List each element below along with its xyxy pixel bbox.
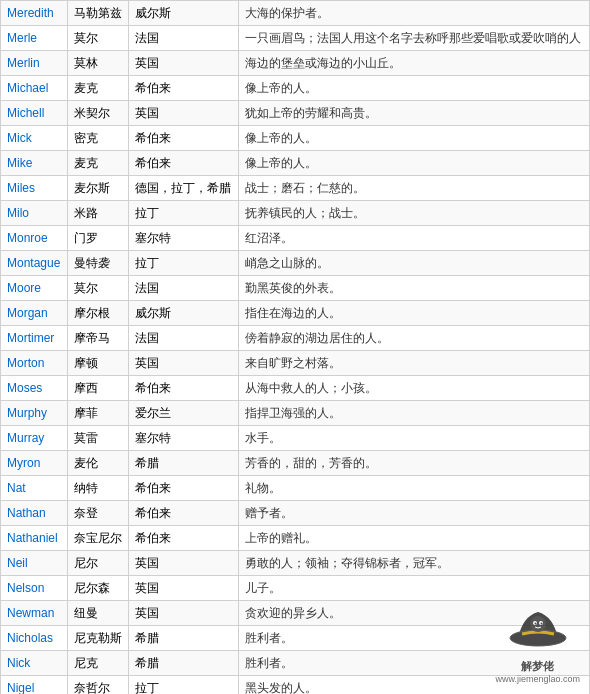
chinese-name-cell: 密克 [67, 126, 128, 151]
chinese-name-cell: 奈登 [67, 501, 128, 526]
chinese-name-cell: 米契尔 [67, 101, 128, 126]
meaning-cell: 大海的保护者。 [238, 1, 589, 26]
table-row: Morgan摩尔根威尔斯指住在海边的人。 [1, 301, 590, 326]
svg-point-5 [534, 623, 536, 625]
table-row: Moses摩西希伯来从海中救人的人；小孩。 [1, 376, 590, 401]
table-row: Monroe门罗塞尔特红沼泽。 [1, 226, 590, 251]
meaning-cell: 芳香的，甜的，芳香的。 [238, 451, 589, 476]
origin-cell: 法国 [129, 26, 239, 51]
chinese-name-cell: 纽曼 [67, 601, 128, 626]
meaning-cell: 犹如上帝的劳耀和高贵。 [238, 101, 589, 126]
origin-cell: 威尔斯 [129, 1, 239, 26]
name-cell: Miles [1, 176, 68, 201]
meaning-cell: 海边的堡垒或海边的小山丘。 [238, 51, 589, 76]
name-cell: Meredith [1, 1, 68, 26]
name-cell: Michael [1, 76, 68, 101]
meaning-cell: 像上帝的人。 [238, 76, 589, 101]
name-cell: Myron [1, 451, 68, 476]
meaning-cell: 指捍卫海强的人。 [238, 401, 589, 426]
table-row: Morton摩顿英国来自旷野之村落。 [1, 351, 590, 376]
table-row: Merle莫尔法国一只画眉鸟；法国人用这个名字去称呼那些爱唱歌或爱吹哨的人 [1, 26, 590, 51]
chinese-name-cell: 尼克 [67, 651, 128, 676]
chinese-name-cell: 麦尔斯 [67, 176, 128, 201]
origin-cell: 希伯来 [129, 76, 239, 101]
table-row: Milo米路拉丁抚养镇民的人；战士。 [1, 201, 590, 226]
name-cell: Morgan [1, 301, 68, 326]
chinese-name-cell: 麦克 [67, 151, 128, 176]
chinese-name-cell: 莫尔 [67, 276, 128, 301]
meaning-cell: 一只画眉鸟；法国人用这个名字去称呼那些爱唱歌或爱吹哨的人 [238, 26, 589, 51]
origin-cell: 希伯来 [129, 476, 239, 501]
name-cell: Milo [1, 201, 68, 226]
table-row: Miles麦尔斯德国，拉丁，希腊战士；磨石；仁慈的。 [1, 176, 590, 201]
origin-cell: 希腊 [129, 451, 239, 476]
name-cell: Nick [1, 651, 68, 676]
watermark-url: www.jiemenglao.com [495, 674, 580, 684]
chinese-name-cell: 马勒第兹 [67, 1, 128, 26]
origin-cell: 英国 [129, 551, 239, 576]
name-cell: Murray [1, 426, 68, 451]
chinese-name-cell: 麦克 [67, 76, 128, 101]
chinese-name-cell: 纳特 [67, 476, 128, 501]
meaning-cell: 指住在海边的人。 [238, 301, 589, 326]
origin-cell: 希伯来 [129, 376, 239, 401]
chinese-name-cell: 奈宝尼尔 [67, 526, 128, 551]
name-cell: Mike [1, 151, 68, 176]
name-cell: Nigel [1, 676, 68, 695]
origin-cell: 英国 [129, 601, 239, 626]
table-row: Michael麦克希伯来像上帝的人。 [1, 76, 590, 101]
origin-cell: 塞尔特 [129, 226, 239, 251]
chinese-name-cell: 摩顿 [67, 351, 128, 376]
meaning-cell: 抚养镇民的人；战士。 [238, 201, 589, 226]
chinese-name-cell: 摩菲 [67, 401, 128, 426]
name-cell: Nat [1, 476, 68, 501]
origin-cell: 希伯来 [129, 126, 239, 151]
chinese-name-cell: 摩帝马 [67, 326, 128, 351]
origin-cell: 希伯来 [129, 526, 239, 551]
meaning-cell: 上帝的赠礼。 [238, 526, 589, 551]
origin-cell: 法国 [129, 326, 239, 351]
chinese-name-cell: 米路 [67, 201, 128, 226]
table-row: Moore莫尔法国勤黑英俊的外表。 [1, 276, 590, 301]
chinese-name-cell: 门罗 [67, 226, 128, 251]
name-cell: Michell [1, 101, 68, 126]
meaning-cell: 战士；磨石；仁慈的。 [238, 176, 589, 201]
origin-cell: 威尔斯 [129, 301, 239, 326]
origin-cell: 拉丁 [129, 676, 239, 695]
name-cell: Nathaniel [1, 526, 68, 551]
name-cell: Mortimer [1, 326, 68, 351]
table-row: Mike麦克希伯来像上帝的人。 [1, 151, 590, 176]
origin-cell: 爱尔兰 [129, 401, 239, 426]
table-row: Myron麦伦希腊芳香的，甜的，芳香的。 [1, 451, 590, 476]
table-row: Neil尼尔英国勇敢的人；领袖；夺得锦标者，冠军。 [1, 551, 590, 576]
table-row: Montague曼特袭拉丁峭急之山脉的。 [1, 251, 590, 276]
name-cell: Moses [1, 376, 68, 401]
origin-cell: 拉丁 [129, 251, 239, 276]
meaning-cell: 勇敢的人；领袖；夺得锦标者，冠军。 [238, 551, 589, 576]
origin-cell: 希伯来 [129, 151, 239, 176]
chinese-name-cell: 摩尔根 [67, 301, 128, 326]
chinese-name-cell: 尼克勒斯 [67, 626, 128, 651]
name-cell: Monroe [1, 226, 68, 251]
origin-cell: 希腊 [129, 651, 239, 676]
meaning-cell: 礼物。 [238, 476, 589, 501]
watermark: 解梦佬 www.jiemenglao.com [495, 596, 580, 684]
meaning-cell: 傍着静寂的湖边居住的人。 [238, 326, 589, 351]
meaning-cell: 像上帝的人。 [238, 151, 589, 176]
table-row: Meredith马勒第兹威尔斯大海的保护者。 [1, 1, 590, 26]
chinese-name-cell: 尼尔森 [67, 576, 128, 601]
origin-cell: 希伯来 [129, 501, 239, 526]
origin-cell: 英国 [129, 576, 239, 601]
table-row: Nathan奈登希伯来赠予者。 [1, 501, 590, 526]
meaning-cell: 像上帝的人。 [238, 126, 589, 151]
chinese-name-cell: 摩西 [67, 376, 128, 401]
table-row: Nathaniel奈宝尼尔希伯来上帝的赠礼。 [1, 526, 590, 551]
origin-cell: 英国 [129, 351, 239, 376]
origin-cell: 英国 [129, 51, 239, 76]
watermark-logo-icon [508, 596, 568, 656]
chinese-name-cell: 莫林 [67, 51, 128, 76]
name-cell: Newman [1, 601, 68, 626]
meaning-cell: 水手。 [238, 426, 589, 451]
name-cell: Merle [1, 26, 68, 51]
origin-cell: 塞尔特 [129, 426, 239, 451]
